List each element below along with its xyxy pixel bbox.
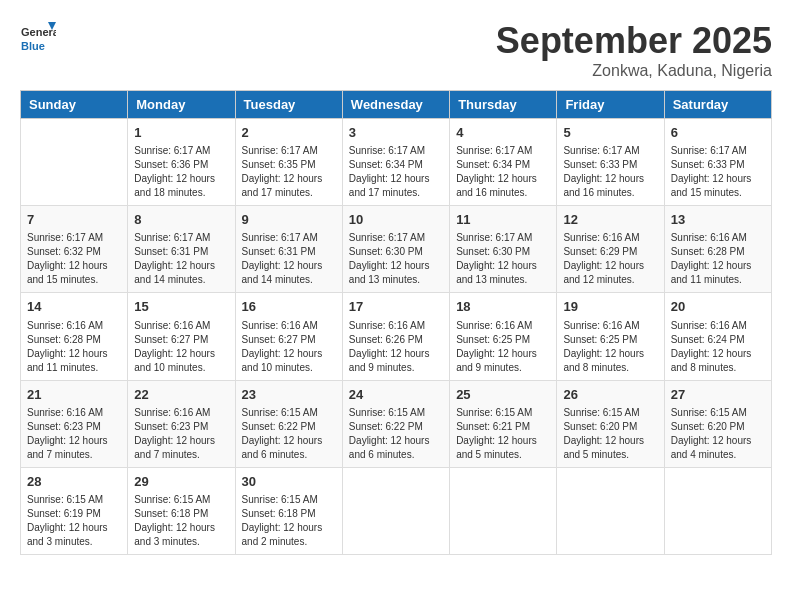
calendar-cell: 15Sunrise: 6:16 AM Sunset: 6:27 PM Dayli… — [128, 293, 235, 380]
calendar-cell: 30Sunrise: 6:15 AM Sunset: 6:18 PM Dayli… — [235, 467, 342, 554]
day-number: 6 — [671, 124, 765, 142]
weekday-row: SundayMondayTuesdayWednesdayThursdayFrid… — [21, 91, 772, 119]
calendar-cell: 9Sunrise: 6:17 AM Sunset: 6:31 PM Daylig… — [235, 206, 342, 293]
calendar-body: 1Sunrise: 6:17 AM Sunset: 6:36 PM Daylig… — [21, 119, 772, 555]
day-info: Sunrise: 6:16 AM Sunset: 6:23 PM Dayligh… — [27, 406, 121, 462]
day-info: Sunrise: 6:17 AM Sunset: 6:33 PM Dayligh… — [563, 144, 657, 200]
calendar-cell: 18Sunrise: 6:16 AM Sunset: 6:25 PM Dayli… — [450, 293, 557, 380]
day-info: Sunrise: 6:15 AM Sunset: 6:20 PM Dayligh… — [671, 406, 765, 462]
day-info: Sunrise: 6:16 AM Sunset: 6:27 PM Dayligh… — [242, 319, 336, 375]
calendar-cell: 23Sunrise: 6:15 AM Sunset: 6:22 PM Dayli… — [235, 380, 342, 467]
day-info: Sunrise: 6:16 AM Sunset: 6:27 PM Dayligh… — [134, 319, 228, 375]
day-number: 27 — [671, 386, 765, 404]
calendar-cell: 21Sunrise: 6:16 AM Sunset: 6:23 PM Dayli… — [21, 380, 128, 467]
day-number: 9 — [242, 211, 336, 229]
calendar-cell: 27Sunrise: 6:15 AM Sunset: 6:20 PM Dayli… — [664, 380, 771, 467]
title-block: September 2025 Zonkwa, Kaduna, Nigeria — [496, 20, 772, 80]
day-info: Sunrise: 6:17 AM Sunset: 6:31 PM Dayligh… — [242, 231, 336, 287]
calendar-cell: 26Sunrise: 6:15 AM Sunset: 6:20 PM Dayli… — [557, 380, 664, 467]
day-info: Sunrise: 6:15 AM Sunset: 6:20 PM Dayligh… — [563, 406, 657, 462]
day-info: Sunrise: 6:17 AM Sunset: 6:30 PM Dayligh… — [456, 231, 550, 287]
day-number: 8 — [134, 211, 228, 229]
weekday-header-monday: Monday — [128, 91, 235, 119]
day-number: 12 — [563, 211, 657, 229]
calendar-cell: 20Sunrise: 6:16 AM Sunset: 6:24 PM Dayli… — [664, 293, 771, 380]
page-header: General Blue September 2025 Zonkwa, Kadu… — [20, 20, 772, 80]
day-number: 17 — [349, 298, 443, 316]
day-number: 2 — [242, 124, 336, 142]
weekday-header-saturday: Saturday — [664, 91, 771, 119]
calendar-cell — [557, 467, 664, 554]
day-info: Sunrise: 6:17 AM Sunset: 6:34 PM Dayligh… — [456, 144, 550, 200]
location: Zonkwa, Kaduna, Nigeria — [496, 62, 772, 80]
calendar-table: SundayMondayTuesdayWednesdayThursdayFrid… — [20, 90, 772, 555]
weekday-header-wednesday: Wednesday — [342, 91, 449, 119]
day-number: 5 — [563, 124, 657, 142]
calendar-cell: 22Sunrise: 6:16 AM Sunset: 6:23 PM Dayli… — [128, 380, 235, 467]
day-info: Sunrise: 6:16 AM Sunset: 6:29 PM Dayligh… — [563, 231, 657, 287]
calendar-cell: 17Sunrise: 6:16 AM Sunset: 6:26 PM Dayli… — [342, 293, 449, 380]
weekday-header-thursday: Thursday — [450, 91, 557, 119]
day-number: 15 — [134, 298, 228, 316]
calendar-cell: 11Sunrise: 6:17 AM Sunset: 6:30 PM Dayli… — [450, 206, 557, 293]
day-number: 16 — [242, 298, 336, 316]
week-row-1: 1Sunrise: 6:17 AM Sunset: 6:36 PM Daylig… — [21, 119, 772, 206]
calendar-cell: 25Sunrise: 6:15 AM Sunset: 6:21 PM Dayli… — [450, 380, 557, 467]
day-number: 29 — [134, 473, 228, 491]
day-info: Sunrise: 6:17 AM Sunset: 6:33 PM Dayligh… — [671, 144, 765, 200]
day-info: Sunrise: 6:16 AM Sunset: 6:25 PM Dayligh… — [456, 319, 550, 375]
calendar-cell: 6Sunrise: 6:17 AM Sunset: 6:33 PM Daylig… — [664, 119, 771, 206]
calendar-cell: 14Sunrise: 6:16 AM Sunset: 6:28 PM Dayli… — [21, 293, 128, 380]
day-number: 14 — [27, 298, 121, 316]
weekday-header-friday: Friday — [557, 91, 664, 119]
day-info: Sunrise: 6:15 AM Sunset: 6:18 PM Dayligh… — [242, 493, 336, 549]
calendar-cell — [342, 467, 449, 554]
calendar-cell: 8Sunrise: 6:17 AM Sunset: 6:31 PM Daylig… — [128, 206, 235, 293]
day-number: 11 — [456, 211, 550, 229]
weekday-header-tuesday: Tuesday — [235, 91, 342, 119]
day-number: 30 — [242, 473, 336, 491]
day-info: Sunrise: 6:15 AM Sunset: 6:22 PM Dayligh… — [349, 406, 443, 462]
calendar-cell — [664, 467, 771, 554]
day-info: Sunrise: 6:16 AM Sunset: 6:23 PM Dayligh… — [134, 406, 228, 462]
week-row-2: 7Sunrise: 6:17 AM Sunset: 6:32 PM Daylig… — [21, 206, 772, 293]
day-number: 19 — [563, 298, 657, 316]
day-info: Sunrise: 6:15 AM Sunset: 6:19 PM Dayligh… — [27, 493, 121, 549]
day-number: 20 — [671, 298, 765, 316]
day-number: 26 — [563, 386, 657, 404]
day-info: Sunrise: 6:16 AM Sunset: 6:25 PM Dayligh… — [563, 319, 657, 375]
day-info: Sunrise: 6:16 AM Sunset: 6:28 PM Dayligh… — [27, 319, 121, 375]
day-info: Sunrise: 6:15 AM Sunset: 6:21 PM Dayligh… — [456, 406, 550, 462]
calendar-cell: 2Sunrise: 6:17 AM Sunset: 6:35 PM Daylig… — [235, 119, 342, 206]
day-info: Sunrise: 6:17 AM Sunset: 6:32 PM Dayligh… — [27, 231, 121, 287]
day-number: 25 — [456, 386, 550, 404]
week-row-3: 14Sunrise: 6:16 AM Sunset: 6:28 PM Dayli… — [21, 293, 772, 380]
month-title: September 2025 — [496, 20, 772, 62]
day-number: 18 — [456, 298, 550, 316]
day-info: Sunrise: 6:17 AM Sunset: 6:34 PM Dayligh… — [349, 144, 443, 200]
calendar-cell: 12Sunrise: 6:16 AM Sunset: 6:29 PM Dayli… — [557, 206, 664, 293]
calendar-cell: 19Sunrise: 6:16 AM Sunset: 6:25 PM Dayli… — [557, 293, 664, 380]
day-number: 13 — [671, 211, 765, 229]
calendar-cell: 28Sunrise: 6:15 AM Sunset: 6:19 PM Dayli… — [21, 467, 128, 554]
day-number: 22 — [134, 386, 228, 404]
day-info: Sunrise: 6:17 AM Sunset: 6:30 PM Dayligh… — [349, 231, 443, 287]
calendar-cell: 7Sunrise: 6:17 AM Sunset: 6:32 PM Daylig… — [21, 206, 128, 293]
day-info: Sunrise: 6:16 AM Sunset: 6:26 PM Dayligh… — [349, 319, 443, 375]
calendar-cell — [450, 467, 557, 554]
calendar-cell: 16Sunrise: 6:16 AM Sunset: 6:27 PM Dayli… — [235, 293, 342, 380]
week-row-5: 28Sunrise: 6:15 AM Sunset: 6:19 PM Dayli… — [21, 467, 772, 554]
calendar-cell: 3Sunrise: 6:17 AM Sunset: 6:34 PM Daylig… — [342, 119, 449, 206]
day-number: 7 — [27, 211, 121, 229]
day-number: 3 — [349, 124, 443, 142]
day-number: 21 — [27, 386, 121, 404]
calendar-cell: 1Sunrise: 6:17 AM Sunset: 6:36 PM Daylig… — [128, 119, 235, 206]
day-info: Sunrise: 6:17 AM Sunset: 6:31 PM Dayligh… — [134, 231, 228, 287]
calendar-cell: 10Sunrise: 6:17 AM Sunset: 6:30 PM Dayli… — [342, 206, 449, 293]
calendar-cell: 13Sunrise: 6:16 AM Sunset: 6:28 PM Dayli… — [664, 206, 771, 293]
calendar-header: SundayMondayTuesdayWednesdayThursdayFrid… — [21, 91, 772, 119]
day-number: 28 — [27, 473, 121, 491]
day-info: Sunrise: 6:16 AM Sunset: 6:24 PM Dayligh… — [671, 319, 765, 375]
svg-text:General: General — [21, 26, 56, 38]
day-info: Sunrise: 6:16 AM Sunset: 6:28 PM Dayligh… — [671, 231, 765, 287]
